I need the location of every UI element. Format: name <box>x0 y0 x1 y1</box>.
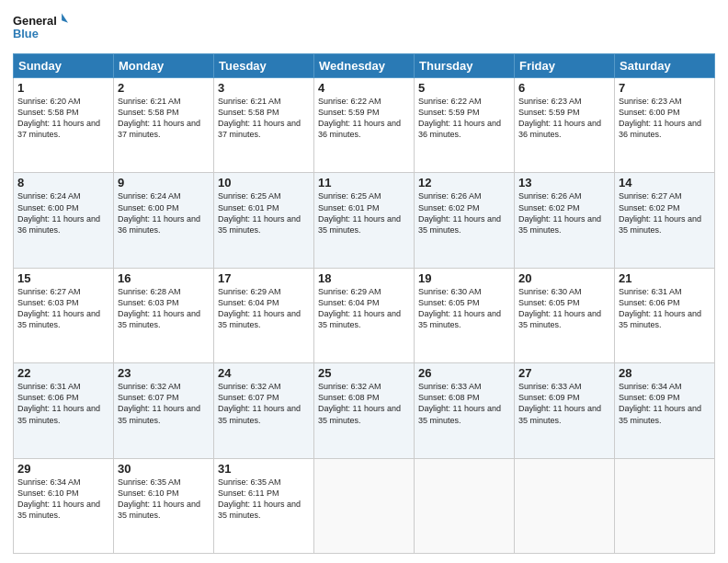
calendar-week-row: 22 Sunrise: 6:31 AMSunset: 6:06 PMDaylig… <box>14 363 715 458</box>
day-info: Sunrise: 6:31 AMSunset: 6:06 PMDaylight:… <box>619 287 701 329</box>
table-row: 2 Sunrise: 6:21 AMSunset: 5:58 PMDayligh… <box>114 78 214 173</box>
day-number: 12 <box>418 176 510 190</box>
day-number: 10 <box>218 176 310 190</box>
day-number: 25 <box>318 366 410 380</box>
day-number: 1 <box>17 81 109 95</box>
col-sunday: Sunday <box>14 54 114 78</box>
table-row: 12 Sunrise: 6:26 AMSunset: 6:02 PMDaylig… <box>415 173 515 268</box>
day-info: Sunrise: 6:20 AMSunset: 5:58 PMDaylight:… <box>17 97 100 139</box>
svg-text:Blue: Blue <box>13 27 39 40</box>
day-info: Sunrise: 6:24 AMSunset: 6:00 PMDaylight:… <box>17 191 100 234</box>
table-row: 9 Sunrise: 6:24 AMSunset: 6:00 PMDayligh… <box>114 173 214 268</box>
col-wednesday: Wednesday <box>314 54 415 78</box>
day-info: Sunrise: 6:22 AMSunset: 5:59 PMDaylight:… <box>318 97 401 139</box>
calendar-header-row: Sunday Monday Tuesday Wednesday Thursday… <box>14 54 715 78</box>
logo-icon: General Blue <box>13 9 68 46</box>
table-row: 3 Sunrise: 6:21 AMSunset: 5:58 PMDayligh… <box>214 78 314 173</box>
table-row: 13 Sunrise: 6:26 AMSunset: 6:02 PMDaylig… <box>515 173 615 268</box>
day-number: 9 <box>118 176 210 190</box>
table-row <box>615 458 715 553</box>
col-friday: Friday <box>515 54 615 78</box>
day-info: Sunrise: 6:32 AMSunset: 6:07 PMDaylight:… <box>118 382 200 424</box>
col-tuesday: Tuesday <box>214 54 314 78</box>
table-row: 18 Sunrise: 6:29 AMSunset: 6:04 PMDaylig… <box>314 268 415 362</box>
day-info: Sunrise: 6:29 AMSunset: 6:04 PMDaylight:… <box>218 287 301 329</box>
table-row: 20 Sunrise: 6:30 AMSunset: 6:05 PMDaylig… <box>515 268 615 362</box>
table-row: 27 Sunrise: 6:33 AMSunset: 6:09 PMDaylig… <box>515 363 615 458</box>
table-row: 6 Sunrise: 6:23 AMSunset: 5:59 PMDayligh… <box>515 78 615 173</box>
day-number: 17 <box>218 271 310 285</box>
calendar-table: Sunday Monday Tuesday Wednesday Thursday… <box>13 53 715 554</box>
day-number: 30 <box>118 462 210 476</box>
page-header: General Blue <box>13 9 715 46</box>
day-number: 26 <box>418 366 510 380</box>
col-saturday: Saturday <box>615 54 715 78</box>
day-info: Sunrise: 6:32 AMSunset: 6:07 PMDaylight:… <box>218 382 301 424</box>
table-row: 29 Sunrise: 6:34 AMSunset: 6:10 PMDaylig… <box>14 458 114 553</box>
table-row <box>314 458 415 553</box>
day-info: Sunrise: 6:33 AMSunset: 6:09 PMDaylight:… <box>518 382 601 424</box>
table-row: 5 Sunrise: 6:22 AMSunset: 5:59 PMDayligh… <box>415 78 515 173</box>
table-row: 1 Sunrise: 6:20 AMSunset: 5:58 PMDayligh… <box>14 78 114 173</box>
day-number: 8 <box>17 176 109 190</box>
day-number: 6 <box>518 81 610 95</box>
table-row: 8 Sunrise: 6:24 AMSunset: 6:00 PMDayligh… <box>14 173 114 268</box>
calendar-week-row: 15 Sunrise: 6:27 AMSunset: 6:03 PMDaylig… <box>14 268 715 362</box>
day-number: 3 <box>218 81 310 95</box>
day-number: 13 <box>518 176 610 190</box>
day-info: Sunrise: 6:27 AMSunset: 6:03 PMDaylight:… <box>17 287 100 329</box>
day-info: Sunrise: 6:33 AMSunset: 6:08 PMDaylight:… <box>418 382 501 424</box>
day-number: 28 <box>619 366 711 380</box>
table-row: 28 Sunrise: 6:34 AMSunset: 6:09 PMDaylig… <box>615 363 715 458</box>
table-row: 4 Sunrise: 6:22 AMSunset: 5:59 PMDayligh… <box>314 78 415 173</box>
table-row: 30 Sunrise: 6:35 AMSunset: 6:10 PMDaylig… <box>114 458 214 553</box>
day-info: Sunrise: 6:22 AMSunset: 5:59 PMDaylight:… <box>418 97 501 139</box>
day-number: 15 <box>17 271 109 285</box>
table-row: 22 Sunrise: 6:31 AMSunset: 6:06 PMDaylig… <box>14 363 114 458</box>
table-row: 24 Sunrise: 6:32 AMSunset: 6:07 PMDaylig… <box>214 363 314 458</box>
day-number: 14 <box>619 176 711 190</box>
day-info: Sunrise: 6:34 AMSunset: 6:09 PMDaylight:… <box>619 382 701 424</box>
table-row: 23 Sunrise: 6:32 AMSunset: 6:07 PMDaylig… <box>114 363 214 458</box>
table-row: 21 Sunrise: 6:31 AMSunset: 6:06 PMDaylig… <box>615 268 715 362</box>
table-row: 7 Sunrise: 6:23 AMSunset: 6:00 PMDayligh… <box>615 78 715 173</box>
day-info: Sunrise: 6:28 AMSunset: 6:03 PMDaylight:… <box>118 287 200 329</box>
table-row <box>515 458 615 553</box>
day-info: Sunrise: 6:30 AMSunset: 6:05 PMDaylight:… <box>518 287 601 329</box>
logo: General Blue <box>13 9 68 46</box>
day-info: Sunrise: 6:21 AMSunset: 5:58 PMDaylight:… <box>218 97 301 139</box>
day-number: 2 <box>118 81 210 95</box>
svg-marker-2 <box>62 14 68 23</box>
day-number: 31 <box>218 462 310 476</box>
day-number: 19 <box>418 271 510 285</box>
table-row: 14 Sunrise: 6:27 AMSunset: 6:02 PMDaylig… <box>615 173 715 268</box>
day-info: Sunrise: 6:23 AMSunset: 6:00 PMDaylight:… <box>619 97 701 139</box>
table-row <box>415 458 515 553</box>
day-number: 11 <box>318 176 410 190</box>
day-number: 5 <box>418 81 510 95</box>
day-number: 27 <box>518 366 610 380</box>
calendar-week-row: 29 Sunrise: 6:34 AMSunset: 6:10 PMDaylig… <box>14 458 715 553</box>
day-number: 21 <box>619 271 711 285</box>
day-number: 18 <box>318 271 410 285</box>
table-row: 17 Sunrise: 6:29 AMSunset: 6:04 PMDaylig… <box>214 268 314 362</box>
day-info: Sunrise: 6:31 AMSunset: 6:06 PMDaylight:… <box>17 382 100 424</box>
calendar-week-row: 8 Sunrise: 6:24 AMSunset: 6:00 PMDayligh… <box>14 173 715 268</box>
col-monday: Monday <box>114 54 214 78</box>
day-number: 16 <box>118 271 210 285</box>
day-info: Sunrise: 6:27 AMSunset: 6:02 PMDaylight:… <box>619 191 701 234</box>
day-info: Sunrise: 6:30 AMSunset: 6:05 PMDaylight:… <box>418 287 501 329</box>
day-number: 4 <box>318 81 410 95</box>
col-thursday: Thursday <box>415 54 515 78</box>
day-info: Sunrise: 6:26 AMSunset: 6:02 PMDaylight:… <box>418 191 501 234</box>
svg-text:General: General <box>13 14 57 28</box>
table-row: 10 Sunrise: 6:25 AMSunset: 6:01 PMDaylig… <box>214 173 314 268</box>
day-info: Sunrise: 6:32 AMSunset: 6:08 PMDaylight:… <box>318 382 401 424</box>
day-number: 24 <box>218 366 310 380</box>
table-row: 31 Sunrise: 6:35 AMSunset: 6:11 PMDaylig… <box>214 458 314 553</box>
day-info: Sunrise: 6:25 AMSunset: 6:01 PMDaylight:… <box>318 191 401 234</box>
day-info: Sunrise: 6:35 AMSunset: 6:11 PMDaylight:… <box>218 477 301 520</box>
table-row: 15 Sunrise: 6:27 AMSunset: 6:03 PMDaylig… <box>14 268 114 362</box>
day-number: 23 <box>118 366 210 380</box>
table-row: 26 Sunrise: 6:33 AMSunset: 6:08 PMDaylig… <box>415 363 515 458</box>
